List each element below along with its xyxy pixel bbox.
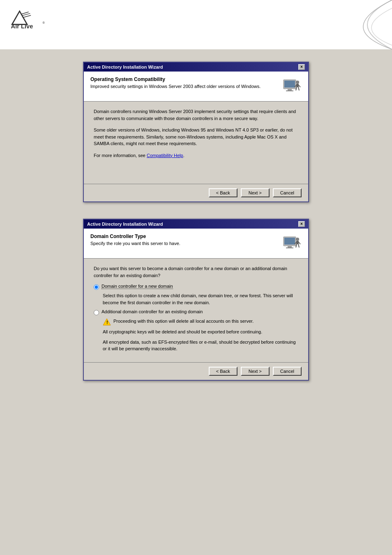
svg-rect-8 (288, 89, 292, 90)
dialog2-header-icon (282, 234, 302, 253)
dialog1-header-subtitle: Improved security settings in Windows Se… (90, 84, 278, 89)
svg-point-20 (296, 238, 299, 241)
dialog1-link-prefix: For more information, see (94, 153, 147, 158)
dialog2-radio1-input[interactable] (94, 284, 99, 290)
svg-line-3 (23, 15, 31, 18)
dialog2-radio1-option: Domain controller for a new domain (94, 284, 298, 290)
dialog1-header: Operating System Compatibility Improved … (84, 72, 308, 102)
dialog1-paragraph2: Some older versions of Windows, includin… (94, 127, 298, 147)
header: Air Live ® (0, 0, 392, 49)
dialog2-radio2-input[interactable] (94, 310, 99, 315)
svg-line-25 (298, 244, 299, 247)
svg-line-1 (21, 12, 28, 14)
svg-line-23 (299, 242, 300, 244)
dialog1-paragraph1: Domain controllers running Windows Serve… (94, 108, 298, 122)
dialog2-warning3-text: All encrypted data, such as EFS-encrypte… (103, 339, 298, 352)
dialog2: Active Directory Installation Wizard × D… (83, 219, 309, 381)
dialog2-warning1: ! Proceeding with this option will delet… (103, 318, 298, 326)
svg-rect-18 (288, 246, 292, 247)
dialog1-close-button[interactable]: × (298, 64, 305, 70)
svg-rect-7 (284, 81, 295, 88)
dialog2-close-button[interactable]: × (298, 221, 305, 227)
dialog2-radio1-text: Domain controller for a new domain (101, 284, 173, 289)
dialog1-cancel-button[interactable]: Cancel (273, 188, 302, 197)
dialog2-header: Domain Controller Type Specify the role … (84, 229, 308, 259)
dialog1-back-button[interactable]: < Back (209, 188, 238, 197)
dialog2-radio2-option: Additional domain controller for an exis… (94, 309, 298, 315)
dialog2-body: Do you want this server to become a doma… (84, 259, 308, 362)
dialog2-question: Do you want this server to become a doma… (94, 265, 298, 279)
dialog2-warning1-text: Proceeding with this option will delete … (113, 318, 254, 325)
warning-icon: ! (103, 318, 111, 326)
dialog1-title: Active Directory Installation Wizard (87, 65, 163, 69)
dialog2-radio2-label: Additional domain controller for an exis… (101, 309, 203, 314)
dialog1-footer: < Back Next > Cancel (84, 184, 308, 201)
dialog2-radio1-description: Select this option to create a new child… (103, 292, 298, 306)
dialog1-body: Domain controllers running Windows Serve… (84, 102, 308, 184)
dialog1-header-text: Operating System Compatibility Improved … (90, 76, 278, 89)
dialog1-titlebar: Active Directory Installation Wizard × (84, 62, 308, 72)
dialog1: Active Directory Installation Wizard × O… (83, 62, 309, 202)
dialog1-link-paragraph: For more information, see Compatibility … (94, 152, 298, 159)
svg-point-10 (296, 81, 299, 84)
dialog2-titlebar: Active Directory Installation Wizard × (84, 220, 308, 229)
svg-rect-19 (286, 247, 293, 248)
dialog1-next-button[interactable]: Next > (241, 188, 270, 197)
dialog2-warning2-text: All cryptographic keys will be deleted a… (103, 328, 298, 335)
dialog1-header-title: Operating System Compatibility (90, 76, 278, 82)
svg-rect-9 (286, 90, 293, 91)
dialog2-back-button[interactable]: < Back (209, 367, 238, 376)
svg-line-13 (299, 85, 300, 87)
dialog1-header-icon (282, 76, 302, 96)
dialog2-header-subtitle: Specify the role you want this server to… (90, 241, 278, 246)
dialog2-header-title: Domain Controller Type (90, 234, 278, 239)
svg-line-15 (298, 87, 299, 90)
logo: Air Live ® (9, 7, 54, 31)
svg-rect-17 (284, 238, 295, 245)
header-decoration (269, 0, 392, 49)
svg-text:®: ® (43, 21, 45, 25)
compatibility-help-link[interactable]: Compatibility Help (147, 153, 183, 158)
dialog2-next-button[interactable]: Next > (241, 367, 270, 376)
dialog2-footer: < Back Next > Cancel (84, 362, 308, 380)
dialog2-header-text: Domain Controller Type Specify the role … (90, 234, 278, 246)
svg-text:!: ! (106, 320, 108, 325)
dialog1-link-suffix: . (183, 153, 184, 158)
dialog2-cancel-button[interactable]: Cancel (273, 367, 302, 376)
svg-rect-21 (296, 241, 299, 244)
dialog2-radio1-label: Domain controller for a new domain (101, 284, 173, 289)
dialog2-title: Active Directory Installation Wizard (87, 222, 163, 227)
svg-rect-11 (296, 84, 299, 87)
svg-text:Air Live: Air Live (11, 23, 33, 30)
